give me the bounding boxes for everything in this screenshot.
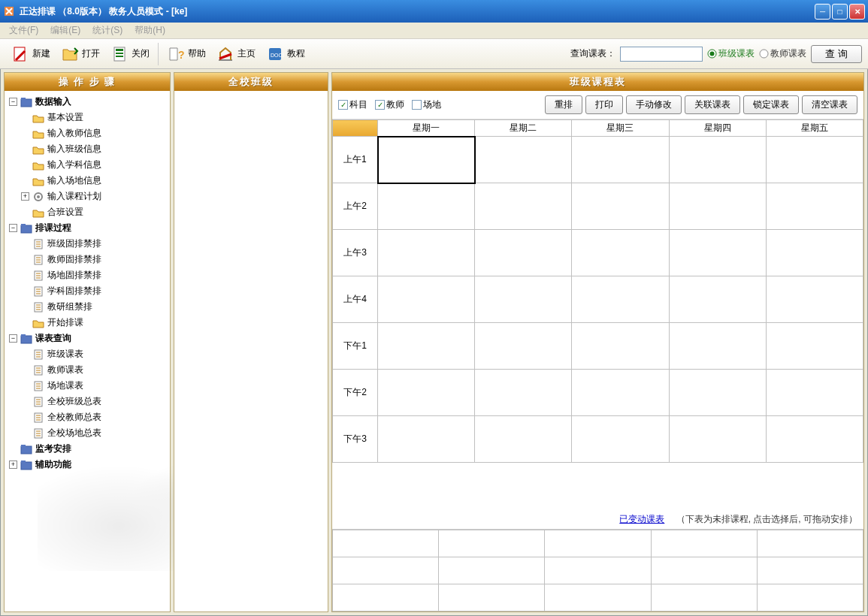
unassigned-cell[interactable] [333, 557, 439, 584]
schedule-cell[interactable] [378, 416, 475, 463]
tree-item-place-fix[interactable]: 场地固排禁排 [6, 267, 168, 283]
unassigned-cell[interactable] [651, 584, 757, 611]
schedule-cell[interactable] [572, 230, 669, 276]
schedule-cell[interactable] [766, 230, 863, 276]
tree-item-input-class[interactable]: 输入班级信息 [6, 141, 168, 157]
collapse-icon[interactable]: − [9, 98, 17, 106]
tree-group-query[interactable]: − 课表查询 [6, 331, 168, 346]
schedule-cell[interactable] [475, 137, 572, 183]
menu-stats[interactable]: 统计(S) [86, 23, 129, 38]
schedule-cell[interactable] [378, 183, 475, 230]
schedule-cell[interactable] [572, 276, 669, 323]
tree-item-place-table[interactable]: 场地课表 [6, 378, 168, 394]
tree-item-group-forbid[interactable]: 教研组禁排 [6, 299, 168, 315]
tree-item-all-class[interactable]: 全校班级总表 [6, 394, 168, 409]
schedule-cell[interactable] [475, 230, 572, 276]
tree-item-all-teacher[interactable]: 全校教师总表 [6, 409, 168, 425]
tree-item-combine-class[interactable]: 合班设置 [6, 204, 168, 220]
tree-item-teacher-fix[interactable]: 教师固排禁排 [6, 252, 168, 267]
unassigned-cell[interactable] [545, 530, 651, 557]
tree-item-input-place[interactable]: 输入场地信息 [6, 173, 168, 189]
unassigned-cell[interactable] [439, 530, 545, 557]
new-button[interactable]: 新建 [6, 41, 56, 67]
schedule-cell[interactable] [475, 323, 572, 370]
schedule-cell[interactable] [669, 183, 766, 230]
collapse-icon[interactable]: − [9, 334, 17, 343]
schedule-cell[interactable] [572, 183, 669, 230]
unassigned-cell[interactable] [545, 557, 651, 584]
schedule-cell[interactable] [669, 416, 766, 463]
unassigned-cell[interactable] [439, 584, 545, 611]
maximize-button[interactable]: □ [832, 4, 848, 20]
schedule-cell[interactable] [572, 370, 669, 416]
tree-item-class-table[interactable]: 班级课表 [6, 346, 168, 362]
home-button[interactable]: 主页 [211, 41, 261, 67]
query-input[interactable] [620, 47, 703, 62]
schedule-cell[interactable] [766, 323, 863, 370]
unassigned-cell[interactable] [333, 530, 439, 557]
tree-item-input-subject[interactable]: 输入学科信息 [6, 157, 168, 173]
lock-table-button[interactable]: 锁定课表 [743, 95, 799, 114]
menu-file[interactable]: 文件(F) [3, 23, 44, 38]
unassigned-cell[interactable] [439, 557, 545, 584]
menu-edit[interactable]: 编辑(E) [44, 23, 86, 38]
schedule-cell[interactable] [475, 370, 572, 416]
clear-table-button[interactable]: 清空课表 [802, 95, 857, 114]
tutorial-button[interactable]: DOCS 教程 [261, 41, 310, 67]
tree-group-exam[interactable]: 监考安排 [6, 441, 168, 457]
schedule-cell[interactable] [766, 370, 863, 416]
close-button[interactable]: ✕ [849, 4, 865, 20]
schedule-cell[interactable] [475, 416, 572, 463]
checkbox-teacher[interactable]: ✓ 教师 [375, 98, 404, 111]
tree-item-all-place[interactable]: 全校场地总表 [6, 425, 168, 441]
schedule-cell[interactable] [378, 370, 475, 416]
print-button[interactable]: 打印 [585, 95, 623, 114]
schedule-cell[interactable] [766, 276, 863, 323]
unassigned-cell[interactable] [757, 584, 863, 611]
unassigned-cell[interactable] [757, 530, 863, 557]
class-list[interactable] [174, 91, 328, 611]
expand-icon[interactable]: + [9, 460, 17, 469]
schedule-cell[interactable] [669, 276, 766, 323]
tree-group-data-input[interactable]: − 数据输入 [6, 94, 168, 110]
query-button[interactable]: 查 询 [811, 45, 862, 63]
unassigned-cell[interactable] [333, 584, 439, 611]
tree-item-input-teacher[interactable]: 输入教师信息 [6, 125, 168, 141]
schedule-cell[interactable] [378, 276, 475, 323]
minimize-button[interactable]: ─ [815, 4, 830, 20]
expand-icon[interactable]: + [21, 192, 29, 201]
schedule-cell[interactable] [572, 323, 669, 370]
schedule-cell[interactable] [669, 230, 766, 276]
tree-group-aux[interactable]: + 辅助功能 [6, 457, 168, 473]
unassigned-cell[interactable] [651, 557, 757, 584]
tree-item-class-fix[interactable]: 班级固排禁排 [6, 236, 168, 252]
unassigned-cell[interactable] [651, 530, 757, 557]
close-file-button[interactable]: 关闭 [105, 41, 155, 67]
schedule-cell[interactable] [572, 416, 669, 463]
schedule-cell[interactable] [378, 323, 475, 370]
schedule-cell[interactable] [766, 416, 863, 463]
unassigned-cell[interactable] [545, 584, 651, 611]
collapse-icon[interactable]: − [9, 224, 17, 232]
rearrange-button[interactable]: 重排 [545, 95, 582, 114]
schedule-cell[interactable] [766, 183, 863, 230]
unassigned-cell[interactable] [757, 557, 863, 584]
open-button[interactable]: 打开 [56, 41, 105, 67]
help-button[interactable]: ? 帮助 [162, 41, 211, 67]
menu-help[interactable]: 帮助(H) [129, 23, 171, 38]
tree-item-input-plan[interactable]: +输入课程计划 [6, 189, 168, 204]
schedule-cell[interactable] [669, 137, 766, 183]
manual-edit-button[interactable]: 手动修改 [626, 95, 682, 114]
schedule-cell[interactable] [669, 323, 766, 370]
changed-schedule-link[interactable]: 已变动课表 [619, 514, 664, 524]
checkbox-subject[interactable]: ✓ 科目 [338, 98, 367, 111]
radio-class-schedule[interactable]: 班级课表 [707, 47, 755, 60]
tree-item-start-schedule[interactable]: 开始排课 [6, 315, 168, 331]
schedule-cell[interactable] [669, 370, 766, 416]
tree-group-schedule-process[interactable]: − 排课过程 [6, 220, 168, 236]
schedule-cell[interactable] [475, 183, 572, 230]
schedule-cell[interactable] [766, 137, 863, 183]
tree-item-teacher-table[interactable]: 教师课表 [6, 362, 168, 378]
schedule-cell[interactable] [475, 276, 572, 323]
link-table-button[interactable]: 关联课表 [685, 95, 740, 114]
